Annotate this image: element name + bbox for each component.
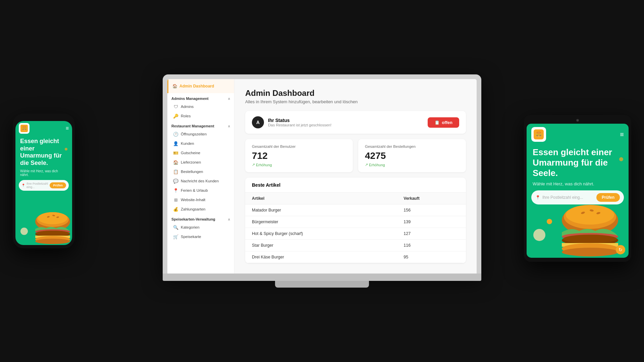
phone-search-bar[interactable]: 📍 Ihre Postleitzahl eing... Prüfen	[19, 180, 69, 191]
phone-search-button[interactable]: Prüfen	[50, 182, 66, 188]
sidebar-section-admins: Admins Management ∧	[167, 93, 234, 102]
person-icon: 👤	[173, 141, 178, 146]
phone-hero-sub: Wähle mit Herz, was dich nährt.	[15, 169, 72, 177]
articles-header: Beste Artikel	[245, 178, 466, 193]
status-left: A Ihr Status Das Restaurant ist jetzt ge…	[252, 116, 331, 128]
laptop-base	[163, 274, 481, 281]
laptop-frame: 🏠 Admin Dashboard Admins Management ∧ 🛡 …	[163, 74, 481, 274]
tablet-circle-decoration-1	[533, 229, 545, 241]
shield-icon: 🛡	[173, 104, 178, 109]
status-card: A Ihr Status Das Restaurant ist jetzt ge…	[245, 111, 466, 134]
laptop-device: 🏠 Admin Dashboard Admins Management ∧ 🛡 …	[163, 74, 481, 288]
sidebar-item-roles[interactable]: 🔑 Roles	[167, 111, 234, 121]
sidebar-item-admins[interactable]: 🛡 Admins	[167, 102, 234, 111]
sidebar-gutscheine-label: Gutscheine	[181, 151, 200, 155]
coin-icon: 💰	[173, 207, 178, 212]
status-title: Ihr Status	[268, 118, 331, 123]
status-button-label: offen	[442, 120, 452, 125]
sidebar-item-bestellungen[interactable]: 📋 Bestellungen	[167, 167, 234, 176]
list-icon: 📋	[173, 169, 178, 174]
sidebar-item-kategorien[interactable]: 🔍 Kategorien	[167, 223, 234, 232]
article-sold: 156	[397, 204, 466, 216]
tablet-camera	[576, 119, 579, 122]
phone-logo: 🍔	[19, 123, 30, 134]
sidebar-kategorien-label: Kategorien	[181, 225, 200, 229]
col-verkauft: Verkauft	[397, 193, 466, 204]
table-row: Drei Käse Burger 95	[245, 251, 466, 263]
sidebar-nachricht-label: Nachricht des Kunden	[181, 179, 219, 183]
location-icon: 📍	[173, 188, 178, 193]
sidebar-item-nachricht[interactable]: 💬 Nachricht des Kunden	[167, 176, 234, 186]
svg-point-19	[563, 235, 617, 243]
phone-logo-inner: 🍔	[20, 125, 28, 132]
sidebar-admins-label: Admins	[181, 105, 194, 109]
tablet-logo-inner: 🍔	[534, 129, 544, 139]
sidebar-item-speisekarte[interactable]: 🛒 Speisekarte	[167, 232, 234, 241]
status-icon: 📋	[434, 120, 440, 125]
tablet-hamburger-icon[interactable]: ≡	[620, 130, 624, 138]
chevron-up-icon-3: ∧	[228, 218, 230, 221]
sidebar-zahlungsarten-label: Zahlungsarten	[181, 207, 206, 211]
sidebar-item-ferien[interactable]: 📍 Ferien & Urlaub	[167, 186, 234, 195]
sidebar-bestellungen-label: Bestellungen	[181, 170, 203, 174]
sidebar-item-website[interactable]: ⊞ Website-Inhalt	[167, 195, 234, 204]
status-info: Ihr Status Das Restaurant ist jetzt gesc…	[268, 118, 331, 127]
article-name: Hot & Spicy Burger (scharf)	[245, 228, 397, 240]
trend-up-icon: ↗	[252, 163, 255, 167]
laptop-screen: 🏠 Admin Dashboard Admins Management ∧ 🛡 …	[167, 79, 477, 274]
sidebar: 🏠 Admin Dashboard Admins Management ∧ 🛡 …	[167, 79, 234, 274]
tablet-search-button[interactable]: Prüfen	[596, 193, 620, 201]
tablet-logo: 🍔	[531, 127, 546, 142]
table-row: Bürgermeister 139	[245, 216, 466, 228]
status-toggle-button[interactable]: 📋 offen	[428, 117, 459, 128]
sidebar-item-zahlungsarten[interactable]: 💰 Zahlungsarten	[167, 204, 234, 214]
sidebar-item-lieferzonen[interactable]: 🏠 Lieferzonen	[167, 158, 234, 167]
chevron-up-icon-2: ∧	[228, 124, 230, 128]
home-icon: 🏠	[172, 84, 177, 88]
sidebar-active-label: Admin Dashboard	[179, 84, 214, 88]
stat-card-orders: Gesamtzahl der Bestellungen 4275 ↗ Erhöh…	[358, 139, 466, 172]
sidebar-item-offnungszeiten[interactable]: 🕐 Öffnungszeiten	[167, 129, 234, 139]
article-sold: 95	[397, 251, 466, 263]
sidebar-item-kunden[interactable]: 👤 Kunden	[167, 139, 234, 148]
phone-notch	[34, 117, 54, 120]
tablet-search-placeholder: Ihre Postleitzahl eing...	[542, 195, 583, 199]
stats-row: Gesamtzahl der Benutzer 712 ↗ Erhöhung G…	[245, 139, 466, 172]
stat-users-trend: ↗ Erhöhung	[252, 163, 346, 167]
sidebar-active-item[interactable]: 🏠 Admin Dashboard	[167, 79, 234, 93]
tablet-hero-sub: Wähle mit Herz, was dich nährt.	[527, 181, 629, 186]
table-row: Star Burger 116	[245, 240, 466, 251]
key-icon: 🔑	[173, 114, 178, 118]
laptop-stand	[275, 281, 369, 288]
home2-icon: 🏠	[173, 160, 178, 165]
phone-burger-image	[31, 212, 72, 245]
phone-screen: 🍔 ≡ Essen gleicht einer Umarmung für die…	[15, 121, 72, 245]
stat-orders-label: Gesamtzahl der Bestellungen	[365, 144, 459, 148]
stat-users-label: Gesamtzahl der Benutzer	[252, 144, 346, 148]
article-sold: 127	[397, 228, 466, 240]
table-row: Matador Burger 156	[245, 204, 466, 216]
svg-point-8	[36, 231, 69, 236]
stat-orders-trend-label: Erhöhung	[369, 163, 385, 167]
stat-users-trend-label: Erhöhung	[256, 163, 272, 167]
sidebar-section-speisekarten: Speisekarten-Verwaltung ∧	[167, 214, 234, 223]
phone-hamburger-icon[interactable]: ≡	[66, 125, 69, 131]
avatar: A	[252, 116, 264, 128]
stat-orders-value: 4275	[365, 150, 459, 161]
tablet-refresh-button[interactable]: ↻	[616, 245, 625, 254]
ticket-icon: 🎫	[173, 150, 178, 155]
article-sold: 116	[397, 240, 466, 251]
clock-icon: 🕐	[173, 132, 178, 136]
chevron-up-icon: ∧	[228, 97, 230, 101]
chat-icon: 💬	[173, 179, 178, 183]
phone-search-placeholder: Ihre Postleitzahl eing...	[26, 182, 48, 189]
article-name: Star Burger	[245, 240, 397, 251]
col-artikel: Artikel	[245, 193, 397, 204]
tablet-topbar: 🍔 ≡	[527, 124, 629, 142]
articles-card: Beste Artikel Artikel Verkauft Matador B…	[245, 178, 466, 263]
tablet-dot-decoration	[619, 157, 623, 161]
tablet-search-bar[interactable]: 📍 Ihre Postleitzahl eing... Prüfen	[531, 190, 624, 204]
main-content: Admin Dashboard Alles in Ihrem System hi…	[234, 79, 477, 274]
sidebar-item-gutscheine[interactable]: 🎫 Gutscheine	[167, 148, 234, 158]
status-description: Das Restaurant ist jetzt geschlossen!	[268, 123, 331, 127]
